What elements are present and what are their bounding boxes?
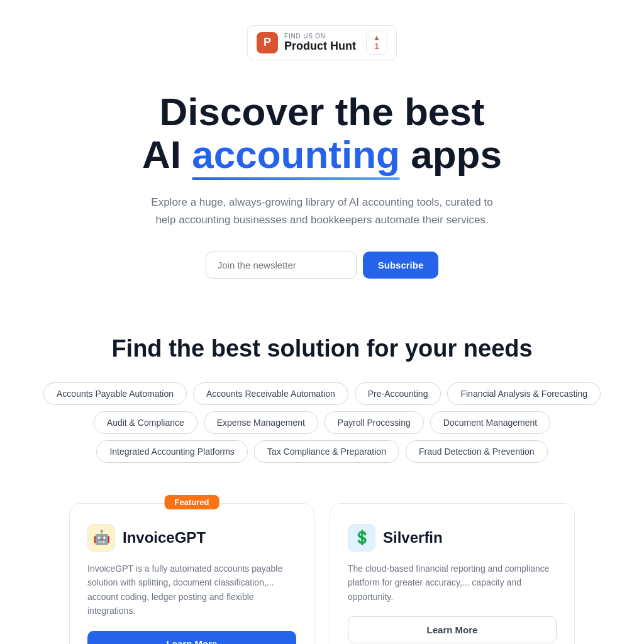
tag-button[interactable]: Accounts Receivable Automation — [193, 382, 348, 405]
tag-button[interactable]: Accounts Payable Automation — [43, 382, 187, 405]
find-section-title: Find the best solution for your needs — [13, 335, 631, 362]
card-description: The cloud-based financial reporting and … — [348, 562, 557, 604]
tag-button[interactable]: Pre-Accounting — [355, 382, 441, 405]
newsletter-row: Subscribe — [13, 252, 631, 279]
find-us-label: FIND US ON — [284, 33, 356, 40]
vote-count: 1 — [374, 42, 379, 52]
product-card: 💲 Silverfin The cloud-based financial re… — [330, 503, 575, 644]
product-hunt-name: Product Hunt — [284, 40, 356, 53]
find-section: Find the best solution for your needs Ac… — [0, 291, 644, 478]
card-header: 🤖 InvoiceGPT — [87, 524, 296, 552]
hero-section: Discover the best AI accounting apps Exp… — [0, 60, 644, 291]
tag-button[interactable]: Document Management — [430, 411, 550, 434]
product-hunt-vote[interactable]: ▲ 1 — [366, 31, 387, 55]
card-cta-button[interactable]: Learn More — [348, 616, 557, 643]
card-logo-icon: 💲 — [348, 524, 375, 552]
product-hunt-logo: P — [257, 32, 278, 53]
subscribe-button[interactable]: Subscribe — [363, 252, 439, 279]
hero-line2-post: apps — [400, 133, 502, 176]
product-hunt-text: FIND US ON Product Hunt — [284, 33, 356, 53]
hero-subtitle: Explore a huge, always-growing library o… — [146, 194, 498, 229]
tag-button[interactable]: Financial Analysis & Forecasting — [447, 382, 601, 405]
vote-arrow-icon: ▲ — [373, 34, 380, 42]
featured-badge: Featured — [165, 495, 219, 509]
tag-button[interactable]: Fraud Detection & Prevention — [406, 440, 548, 463]
card-cta-button[interactable]: Learn More — [87, 631, 296, 644]
cards-row: Featured 🤖 InvoiceGPT InvoiceGPT is a fu… — [0, 478, 644, 644]
card-name: InvoiceGPT — [123, 529, 206, 547]
hero-accent-word: accounting — [192, 133, 400, 176]
hero-line2-pre: AI — [142, 133, 192, 176]
tag-button[interactable]: Integrated Accounting Platforms — [96, 440, 247, 463]
newsletter-input[interactable] — [206, 252, 357, 279]
tags-container: Accounts Payable AutomationAccounts Rece… — [13, 382, 631, 463]
hero-title: Discover the best AI accounting apps — [102, 91, 542, 176]
card-description: InvoiceGPT is a fully automated accounts… — [87, 562, 296, 618]
product-card: Featured 🤖 InvoiceGPT InvoiceGPT is a fu… — [69, 503, 314, 644]
product-hunt-badge[interactable]: P FIND US ON Product Hunt ▲ 1 — [247, 25, 397, 60]
card-logo-icon: 🤖 — [87, 524, 115, 552]
tag-button[interactable]: Audit & Compliance — [94, 411, 197, 434]
card-header: 💲 Silverfin — [348, 524, 557, 552]
card-name: Silverfin — [383, 529, 443, 547]
tag-button[interactable]: Payroll Processing — [325, 411, 424, 434]
tag-button[interactable]: Expense Management — [204, 411, 318, 434]
hero-line1: Discover the best — [160, 90, 485, 133]
tag-button[interactable]: Tax Compliance & Preparation — [254, 440, 399, 463]
